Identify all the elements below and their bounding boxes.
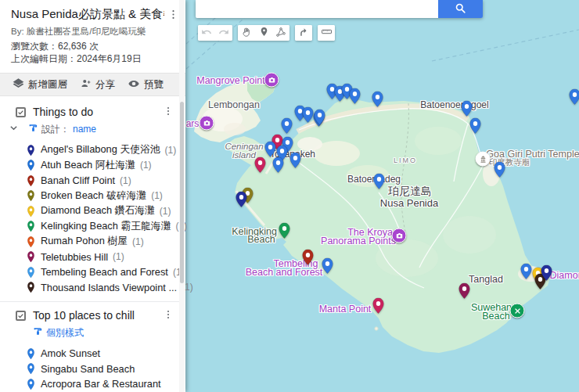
place-label: Amok Sunset — [41, 347, 100, 359]
list-item-thousand-islands-viewpoint[interactable]: Thousand Islands Viewpoint ...(1) — [0, 280, 180, 296]
list-item-kelingking-beach[interactable]: Kelingking Beach 霸王龍海灘(1) — [0, 219, 180, 235]
place-label: Kelingking Beach 霸王龍海灘 — [41, 220, 171, 233]
place-pin-icon — [26, 205, 36, 218]
map-label-manta-point: Manta Point — [319, 304, 372, 315]
google-my-maps-app: Mangrove PointarsLembonganCeninganisland… — [0, 0, 579, 392]
layer-name[interactable]: Things to do — [33, 106, 93, 118]
map-pin[interactable] — [369, 90, 386, 111]
map-pin[interactable] — [347, 87, 363, 108]
list-item-rumah-pohon[interactable]: Rumah Pohon 樹屋(1) — [0, 234, 180, 250]
map-pin[interactable] — [276, 221, 293, 243]
layers-icon — [13, 77, 24, 92]
marker-icon — [259, 27, 269, 39]
map-pin[interactable] — [311, 108, 328, 129]
place-label: Angel's Billabong 天使浴池 — [41, 143, 160, 156]
map-pin[interactable] — [300, 248, 316, 269]
sidebar-scrollbar[interactable] — [179, 0, 185, 392]
place-label: Acropora Bar & Restaurant — [41, 378, 161, 390]
map-pin[interactable] — [370, 297, 387, 318]
map-label-beach: Beach — [247, 234, 275, 245]
map-pin[interactable] — [566, 88, 579, 109]
draw-line-button[interactable] — [272, 25, 290, 41]
map-label-tanglad: Tanglad — [469, 274, 503, 285]
layer-checkbox[interactable] — [16, 311, 26, 321]
goa-giri-putri-temple-poi[interactable] — [476, 152, 491, 167]
map-pin[interactable] — [491, 160, 508, 182]
share-button[interactable]: 分享 — [80, 77, 115, 92]
person-add-icon — [80, 77, 92, 92]
place-pin-icon — [26, 144, 36, 156]
layer-menu-icon[interactable] — [163, 309, 174, 323]
place-count: (1) — [113, 251, 124, 262]
add-layer-label: 新增圖層 — [28, 78, 67, 92]
redo-icon — [218, 27, 229, 40]
place-label: Banah Cliff Point — [41, 174, 115, 186]
map-pin[interactable] — [233, 190, 250, 211]
map-pin[interactable] — [456, 282, 473, 303]
map-menu-icon[interactable] — [167, 9, 179, 23]
preview-label: 預覽 — [144, 78, 164, 92]
layer-card-top-10-places-to-chill: Top 10 places to chill個別樣式Amok SunsetSin… — [0, 306, 180, 392]
map-pin[interactable] — [538, 264, 555, 285]
place-label: Tembeling Beach and Forest — [41, 266, 168, 278]
list-item-tembeling-beach-and-forest[interactable]: Tembeling Beach and Forest(1) — [0, 264, 180, 280]
list-item-singabu-sand-beach[interactable]: Singabu Sand Beach — [0, 361, 180, 377]
share-label: 分享 — [95, 78, 115, 92]
map-label-ars: ars — [186, 118, 200, 129]
measure-button[interactable] — [318, 25, 335, 41]
add-directions-button[interactable] — [295, 25, 312, 41]
suwehan-beach-poi[interactable] — [510, 304, 525, 318]
undo-button[interactable] — [198, 25, 215, 41]
list-item-diamond-beach[interactable]: Diamond Beach 鑽石海灘(1) — [0, 203, 180, 219]
scrollbar-thumb[interactable] — [180, 102, 184, 283]
preview-button[interactable]: 預覽 — [128, 77, 164, 92]
place-pin-icon — [26, 281, 36, 293]
map-title[interactable]: Nusa Penida必訪景點 & 美食餐廳... — [11, 7, 164, 22]
map-label-beach: Beach — [482, 311, 509, 322]
search-icon — [455, 2, 466, 16]
place-pin-icon — [26, 159, 36, 171]
sidebar-panel: Nusa Penida必訪景點 & 美食餐廳... By: 臉書社團峇里島/印尼… — [0, 0, 185, 392]
map-pin[interactable] — [467, 117, 484, 138]
place-pin-icon — [26, 362, 36, 375]
place-count: (1) — [140, 160, 152, 171]
list-item-banah-cliff-point[interactable]: Banah Cliff Point(1) — [0, 173, 180, 189]
style-link[interactable]: 個別樣式 — [46, 326, 84, 340]
map-byline: By: 臉書社團峇里島/印尼吃喝玩樂 — [11, 26, 146, 38]
map-pin[interactable] — [252, 156, 268, 177]
list-item-angel-s-billabong[interactable]: Angel's Billabong 天使浴池(1) — [0, 142, 180, 158]
mangrove-point-poi[interactable] — [264, 73, 279, 88]
place-pin-icon — [26, 189, 36, 202]
add-marker-button[interactable] — [255, 25, 272, 41]
style-link[interactable]: name — [73, 124, 96, 135]
list-item-amok-sunset[interactable]: Amok Sunset — [0, 346, 180, 361]
map-pin[interactable] — [270, 156, 286, 177]
pan-button[interactable] — [238, 25, 255, 41]
layer-menu-icon[interactable] — [163, 106, 174, 120]
search-input[interactable] — [196, 0, 438, 18]
add-layer-button[interactable]: 新增圖層 — [13, 77, 67, 92]
kroya-panorama-poi[interactable] — [392, 228, 407, 243]
list-item-broken-beach[interactable]: Broken Beach 破碎海灘(1) — [0, 189, 180, 204]
list-item-atuh-beach[interactable]: Atuh Beach 阿杜海灘(1) — [0, 158, 180, 174]
place-label: Rumah Pohon 樹屋 — [41, 235, 128, 248]
search-button[interactable] — [438, 0, 483, 18]
place-pin-icon — [26, 266, 36, 279]
paint-roller-icon — [28, 123, 38, 135]
place-count: (1) — [160, 206, 171, 217]
map-label-limo: LIMO — [394, 156, 417, 164]
place-pin-icon — [26, 378, 36, 390]
map-pin[interactable] — [319, 257, 336, 278]
place-pin-icon — [26, 250, 36, 263]
layer-checkbox[interactable] — [16, 107, 26, 117]
map-pin[interactable] — [371, 172, 387, 193]
lembongan-coast-poi[interactable] — [200, 116, 214, 131]
map-pin[interactable] — [287, 151, 304, 172]
layer-name[interactable]: Top 10 places to chill — [33, 309, 135, 322]
chevron-down-icon[interactable] — [9, 124, 18, 135]
redo-button[interactable] — [215, 25, 232, 41]
list-item-teletubbies-hill[interactable]: Teletubbies Hill(1) — [0, 250, 180, 265]
list-item-acropora-bar-restaurant[interactable]: Acropora Bar & Restaurant — [0, 376, 180, 392]
place-count: (1) — [120, 175, 131, 186]
map-label-mangrove-point: Mangrove Point — [196, 75, 265, 86]
